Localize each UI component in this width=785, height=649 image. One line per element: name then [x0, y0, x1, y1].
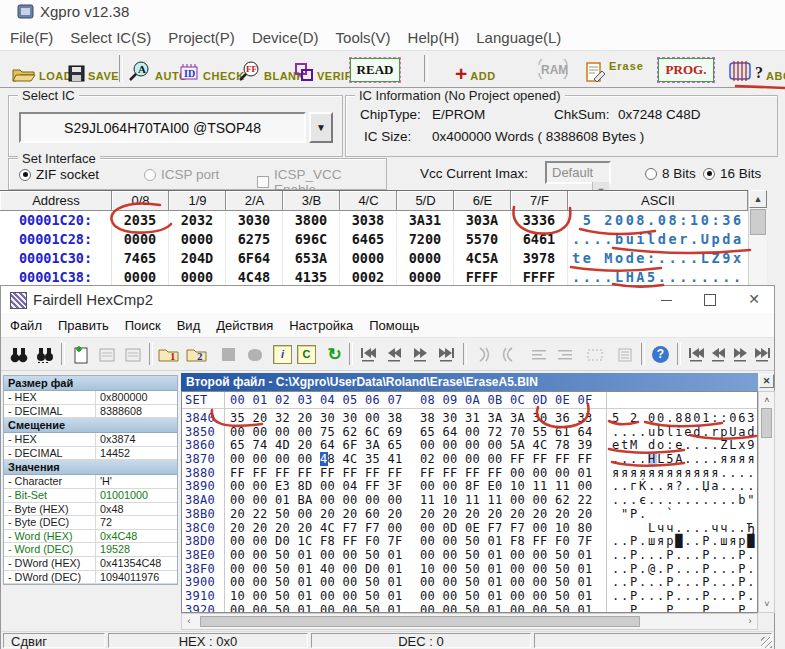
hex-byte[interactable]: 00: [443, 575, 458, 589]
hex-byte[interactable]: 0E: [465, 521, 480, 535]
hex-byte[interactable]: 00: [420, 438, 435, 452]
hex-byte[interactable]: 00: [365, 411, 380, 425]
word-cell[interactable]: 0000: [112, 268, 169, 285]
prog-button[interactable]: PROG.: [658, 58, 714, 82]
hex-byte[interactable]: FF: [533, 534, 548, 548]
word-cell[interactable]: 3A31: [397, 211, 454, 230]
hex-byte[interactable]: 00: [298, 425, 313, 439]
align-top-button[interactable]: [527, 343, 550, 366]
word-cell[interactable]: 3030: [226, 211, 283, 230]
hex-byte[interactable]: 11: [465, 493, 480, 507]
word-cell[interactable]: 6465: [340, 230, 397, 249]
read-button[interactable]: READ: [350, 58, 400, 82]
goto-button[interactable]: [613, 343, 636, 366]
hex-byte[interactable]: E3: [275, 479, 290, 493]
selected-ic-combobox[interactable]: S29JL064H70TAI00 @TSOP48: [19, 112, 306, 143]
xgpro-menu-item-3[interactable]: Device(D): [252, 29, 319, 46]
hex-byte[interactable]: 48: [320, 452, 335, 466]
word-cell[interactable]: 204D: [169, 249, 226, 268]
ascii-cell[interactable]: ....LHA5........: [568, 268, 748, 285]
hex-byte[interactable]: 64: [443, 425, 458, 439]
hex-byte[interactable]: 20: [510, 507, 525, 521]
hex-byte[interactable]: BA: [298, 493, 313, 507]
hex-byte[interactable]: 8F: [465, 479, 480, 493]
open-file2-button[interactable]: 2: [185, 343, 208, 366]
hex-byte[interactable]: 00: [230, 493, 245, 507]
hex-row-3880[interactable]: 3880FFFFFFFFFFFFFFFFFFFFFFFF00000001яяяя…: [182, 466, 757, 480]
hex-byte[interactable]: 72: [488, 425, 503, 439]
first-byte-button[interactable]: [685, 343, 708, 366]
hex-byte[interactable]: 4C: [343, 452, 358, 466]
next-diff-button[interactable]: [409, 343, 432, 366]
hex-byte[interactable]: F7: [365, 521, 380, 535]
hex-byte[interactable]: 00: [230, 548, 245, 562]
word-cell[interactable]: 7465: [112, 249, 169, 268]
word-cell[interactable]: FFFF: [511, 268, 568, 285]
hex-byte[interactable]: 01: [388, 562, 403, 576]
hex-byte[interactable]: 00: [465, 452, 480, 466]
hex-byte[interactable]: 00: [510, 589, 525, 603]
hex-byte[interactable]: 75: [320, 425, 335, 439]
hex-byte[interactable]: 00: [230, 575, 245, 589]
hex-byte[interactable]: 00: [253, 589, 268, 603]
sync-right-button[interactable]: [497, 343, 520, 366]
hex-byte[interactable]: 20: [230, 507, 245, 521]
word-cell[interactable]: 3978: [511, 249, 568, 268]
hex-byte[interactable]: 30: [343, 411, 358, 425]
hex-byte[interactable]: 10: [420, 562, 435, 576]
hex-byte[interactable]: 6C: [365, 425, 380, 439]
word-cell[interactable]: 2032: [169, 211, 226, 230]
word-cell[interactable]: 3336: [511, 211, 568, 230]
ascii-cell[interactable]: te Mode:....LZ9x: [568, 249, 748, 268]
hex-byte[interactable]: 00: [230, 603, 245, 613]
word-cell[interactable]: 303A: [454, 211, 511, 230]
hex-byte[interactable]: 00: [510, 562, 525, 576]
hex-byte[interactable]: E0: [488, 479, 503, 493]
reload-first-button[interactable]: [95, 343, 118, 366]
align-bottom-button[interactable]: [553, 343, 576, 366]
hex-byte[interactable]: 20: [443, 507, 458, 521]
hex-byte[interactable]: 50: [465, 534, 480, 548]
hex-byte[interactable]: 00: [230, 452, 245, 466]
check-button[interactable]: ID CHECK: [178, 64, 245, 82]
hex-byte[interactable]: 7F: [578, 534, 593, 548]
hex-byte[interactable]: 00: [388, 521, 403, 535]
hex-byte[interactable]: 00: [488, 452, 503, 466]
hex-byte[interactable]: 80: [578, 521, 593, 535]
word-cell[interactable]: 3038: [340, 211, 397, 230]
hex-byte[interactable]: 35: [365, 452, 380, 466]
hex-byte[interactable]: 41: [388, 452, 403, 466]
pause-button[interactable]: [243, 343, 266, 366]
hex-byte[interactable]: 50: [365, 589, 380, 603]
hex-byte[interactable]: 10: [555, 521, 570, 535]
word-cell[interactable]: 0002: [340, 268, 397, 285]
xgpro-hex-table[interactable]: Address0/81/92/A3/B4/C5/D6/E7/FASCII0000…: [0, 190, 748, 285]
hex-byte[interactable]: 50: [365, 548, 380, 562]
about-button[interactable]: ? ABOUT: [755, 64, 785, 82]
hex-byte[interactable]: FF: [253, 466, 268, 480]
word-cell[interactable]: 6F64: [226, 249, 283, 268]
hex-byte[interactable]: 01: [578, 562, 593, 576]
word-cell[interactable]: 5570: [454, 230, 511, 249]
hex-byte[interactable]: 01: [578, 466, 593, 480]
hex-horizontal-scrollbar[interactable]: ‹ ›: [181, 613, 758, 630]
hex-byte[interactable]: 00: [343, 603, 358, 613]
xgpro-hex-scrollbar[interactable]: ▲: [748, 190, 767, 285]
hex-byte[interactable]: F8: [320, 534, 335, 548]
first-diff-button[interactable]: [357, 343, 380, 366]
hex-byte[interactable]: FF: [298, 466, 313, 480]
find-next-button[interactable]: [33, 343, 56, 366]
hex-byte[interactable]: 50: [465, 548, 480, 562]
hex-byte[interactable]: 00: [533, 521, 548, 535]
hex-row-38D0[interactable]: 38D00000D01CF8FFF07F00005001F8FFF07F..Р.…: [182, 534, 757, 548]
reload-second-button[interactable]: [121, 343, 144, 366]
hex-row-3860[interactable]: 386065744D20646F3A65000000005A4C7839etM …: [182, 438, 757, 452]
hex-row-38B0[interactable]: 38B020225000202060202020202020202020 "P.…: [182, 507, 757, 521]
hex-byte[interactable]: 00: [388, 493, 403, 507]
hex-byte[interactable]: 00: [465, 425, 480, 439]
hex-byte[interactable]: 20: [578, 507, 593, 521]
hex-byte[interactable]: 01: [488, 534, 503, 548]
hex-byte[interactable]: FF: [578, 452, 593, 466]
hex-byte[interactable]: 00: [275, 425, 290, 439]
hex-byte[interactable]: 65: [230, 438, 245, 452]
